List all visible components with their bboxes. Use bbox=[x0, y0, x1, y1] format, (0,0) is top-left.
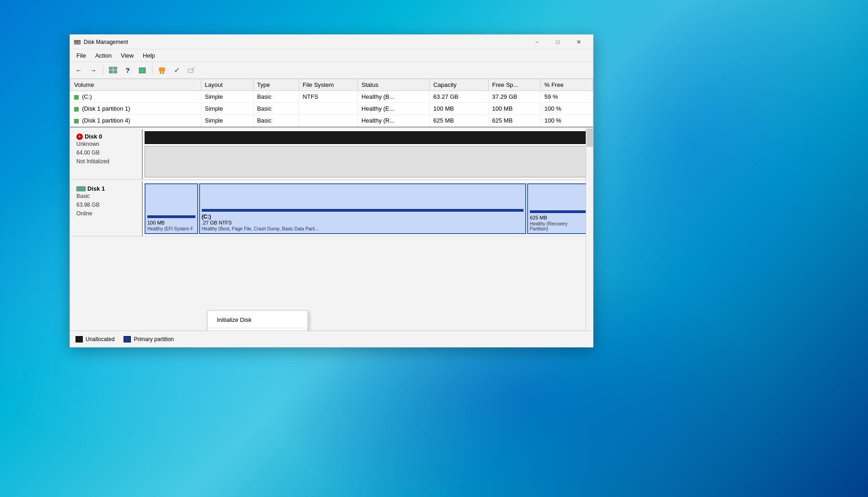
title-bar: Disk Management − □ ✕ bbox=[70, 35, 593, 49]
cell-pct-1: 100 % bbox=[540, 103, 593, 115]
table-row[interactable]: (Disk 1 partition 1) Simple Basic Health… bbox=[70, 103, 593, 115]
scrollbar-thumb[interactable] bbox=[587, 128, 593, 147]
tag-button[interactable] bbox=[155, 64, 169, 77]
cell-volume-0: (C:) bbox=[70, 91, 201, 103]
new-volume-button[interactable] bbox=[135, 64, 149, 77]
menu-file[interactable]: File bbox=[72, 50, 91, 61]
cell-free-0: 37.29 GB bbox=[488, 91, 540, 103]
cell-layout-0: Simple bbox=[201, 91, 253, 103]
cancel-button[interactable] bbox=[184, 64, 198, 77]
menu-view[interactable]: View bbox=[116, 50, 138, 61]
cell-layout-1: Simple bbox=[201, 103, 253, 115]
disk-1-title: Disk 1 bbox=[76, 185, 137, 192]
ctx-separator-1 bbox=[208, 328, 307, 328]
svg-rect-14 bbox=[188, 69, 193, 73]
disk-0-label: + Disk 0 Unknown 64.00 GB Not Initialize… bbox=[72, 129, 143, 179]
menu-bar: File Action View Help bbox=[70, 49, 593, 62]
volumes-table-area: Volume Layout Type File System Status Ca… bbox=[70, 79, 593, 128]
cell-free-2: 625 MB bbox=[488, 115, 540, 127]
legend-unallocated-label: Unallocated bbox=[86, 336, 114, 342]
toolbar: ← → ? ✓ bbox=[70, 62, 593, 79]
disk-0-name: Disk 0 bbox=[85, 133, 102, 140]
disk-0-size: 64.00 GB bbox=[76, 149, 137, 157]
disk-1-label: Disk 1 Basic 63.98 GB Online bbox=[72, 182, 143, 236]
cell-pct-2: 100 % bbox=[540, 115, 593, 127]
disk-0-title: + Disk 0 bbox=[76, 133, 137, 140]
cell-capacity-2: 625 MB bbox=[430, 115, 488, 127]
partition-c[interactable]: (C:) .27 GB NTFS Healthy (Boot, Page Fil… bbox=[199, 183, 526, 234]
recovery-status: Healthy (Recovery Partition) bbox=[530, 221, 587, 231]
disk-1-row[interactable]: Disk 1 Basic 63.98 GB Online 100 MB Heal… bbox=[72, 182, 591, 236]
volume-icon-2 bbox=[74, 119, 79, 123]
disk-1-type: Basic bbox=[76, 192, 137, 201]
partition-efi[interactable]: 100 MB Healthy (EFI System F bbox=[145, 183, 198, 234]
disk-1-icon bbox=[76, 186, 86, 192]
disk-0-status-icon: + bbox=[76, 134, 83, 140]
cell-pct-0: 59 % bbox=[540, 91, 593, 103]
col-header-layout: Layout bbox=[201, 79, 253, 91]
legend-primary-icon bbox=[124, 336, 131, 342]
disk-management-window: Disk Management − □ ✕ File Action View H… bbox=[70, 34, 593, 347]
cell-fs-0: NTFS bbox=[299, 91, 357, 103]
partition-recovery[interactable]: 625 MB Healthy (Recovery Partition) bbox=[527, 183, 589, 234]
help-button[interactable]: ? bbox=[121, 64, 135, 77]
disk-0-status: Not Initialized bbox=[76, 157, 137, 166]
disk-0-row[interactable]: + Disk 0 Unknown 64.00 GB Not Initialize… bbox=[72, 129, 591, 180]
minimize-button[interactable]: − bbox=[526, 35, 547, 49]
col-header-type: Type bbox=[253, 79, 299, 91]
close-button[interactable]: ✕ bbox=[568, 35, 589, 49]
legend-bar: Unallocated Primary partition bbox=[70, 331, 593, 347]
properties-button[interactable] bbox=[106, 64, 120, 77]
forward-button[interactable]: → bbox=[86, 64, 100, 77]
back-button[interactable]: ← bbox=[72, 64, 86, 77]
table-row[interactable]: (Disk 1 partition 4) Simple Basic Health… bbox=[70, 115, 593, 127]
svg-line-15 bbox=[193, 67, 194, 68]
menu-help[interactable]: Help bbox=[138, 50, 160, 61]
recovery-top-bar bbox=[530, 210, 587, 213]
disk-1-partitions-row: 100 MB Healthy (EFI System F (C:) .27 GB… bbox=[145, 183, 589, 234]
c-size: .27 GB NTFS bbox=[202, 220, 523, 225]
svg-line-16 bbox=[193, 69, 194, 70]
disk-0-unalloc-area bbox=[145, 146, 589, 177]
toolbar-separator-1 bbox=[103, 66, 103, 75]
disk-1-size: 63.98 GB bbox=[76, 201, 137, 209]
ctx-initialize[interactable]: Initialize Disk bbox=[208, 313, 307, 327]
efi-status: Healthy (EFI System F bbox=[147, 226, 195, 231]
cell-status-2: Healthy (R... bbox=[358, 115, 430, 127]
legend-unallocated: Unallocated bbox=[75, 336, 114, 342]
cell-free-1: 100 MB bbox=[488, 103, 540, 115]
svg-rect-7 bbox=[113, 70, 117, 73]
ctx-offline[interactable]: Offline bbox=[208, 329, 307, 331]
disk-1-info: Basic 63.98 GB Online bbox=[76, 192, 137, 219]
disk-0-unalloc-bar bbox=[145, 131, 589, 144]
cell-volume-2: (Disk 1 partition 4) bbox=[70, 115, 201, 127]
cell-layout-2: Simple bbox=[201, 115, 253, 127]
maximize-button[interactable]: □ bbox=[547, 35, 568, 49]
col-header-volume: Volume bbox=[70, 79, 201, 91]
volume-icon-0 bbox=[74, 95, 79, 100]
disk-1-name: Disk 1 bbox=[87, 185, 105, 192]
app-icon bbox=[74, 38, 81, 46]
table-row[interactable]: (C:) Simple Basic NTFS Healthy (B... 63.… bbox=[70, 91, 593, 103]
col-header-capacity: Capacity bbox=[430, 79, 488, 91]
svg-rect-6 bbox=[113, 67, 117, 69]
col-header-filesystem: File System bbox=[299, 79, 357, 91]
c-top-bar bbox=[202, 209, 523, 212]
cell-type-1: Basic bbox=[253, 103, 299, 115]
disk-area-scrollbar[interactable] bbox=[586, 128, 593, 331]
cell-capacity-1: 100 MB bbox=[430, 103, 488, 115]
svg-rect-1 bbox=[74, 40, 81, 42]
menu-action[interactable]: Action bbox=[91, 50, 116, 61]
context-menu: Initialize Disk Offline Properties Help bbox=[207, 310, 308, 331]
toolbar-separator-2 bbox=[152, 66, 152, 75]
volume-icon-1 bbox=[74, 107, 79, 112]
check-button[interactable]: ✓ bbox=[170, 64, 183, 77]
col-header-free: Free Sp... bbox=[488, 79, 540, 91]
disk-0-type: Unknown bbox=[76, 140, 137, 149]
disk-0-partitions bbox=[143, 129, 591, 179]
cell-type-0: Basic bbox=[253, 91, 299, 103]
c-status: Healthy (Boot, Page File, Crash Dump, Ba… bbox=[202, 226, 523, 231]
col-header-status: Status bbox=[358, 79, 430, 91]
disk-1-status: Online bbox=[76, 209, 137, 218]
cell-fs-1 bbox=[299, 103, 357, 115]
